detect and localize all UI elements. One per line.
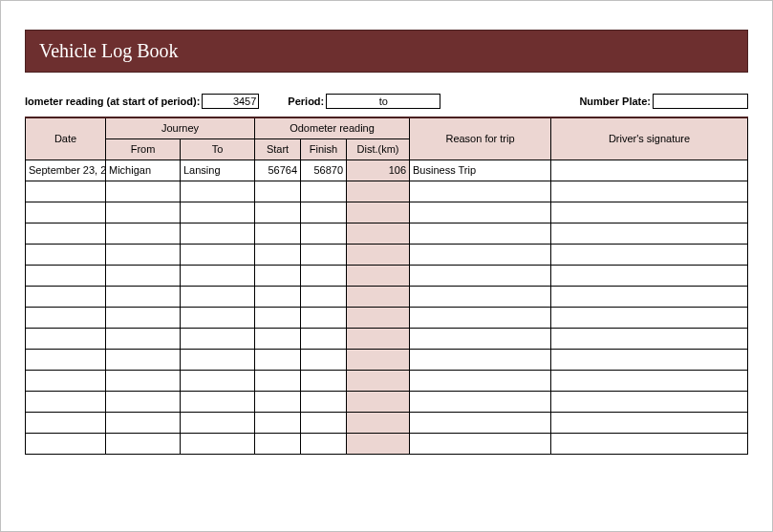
table-cell[interactable] [347, 202, 410, 223]
table-cell[interactable] [26, 307, 106, 328]
table-cell[interactable] [26, 244, 106, 265]
table-cell[interactable] [106, 391, 181, 412]
table-cell[interactable] [551, 202, 748, 223]
table-cell[interactable] [106, 244, 181, 265]
table-cell[interactable] [181, 391, 255, 412]
table-cell[interactable] [347, 391, 410, 412]
table-cell[interactable] [347, 286, 410, 307]
table-cell[interactable] [301, 349, 347, 370]
table-cell[interactable] [301, 433, 347, 454]
table-cell[interactable] [255, 370, 301, 391]
table-cell[interactable] [347, 412, 410, 433]
table-cell[interactable] [551, 412, 748, 433]
table-cell[interactable] [26, 223, 106, 244]
table-cell[interactable] [26, 391, 106, 412]
table-cell[interactable] [551, 160, 748, 181]
table-cell[interactable] [26, 328, 106, 349]
table-cell[interactable] [26, 265, 106, 286]
table-cell[interactable] [26, 286, 106, 307]
table-cell[interactable] [181, 412, 255, 433]
odometer-input[interactable] [202, 94, 259, 109]
table-cell[interactable] [255, 181, 301, 202]
table-cell[interactable] [106, 328, 181, 349]
table-cell[interactable]: 106 [347, 160, 410, 181]
table-cell[interactable] [181, 286, 255, 307]
table-cell[interactable] [410, 433, 551, 454]
table-cell[interactable] [301, 307, 347, 328]
table-cell[interactable] [301, 328, 347, 349]
table-cell[interactable] [410, 244, 551, 265]
table-cell[interactable] [255, 244, 301, 265]
table-cell[interactable] [410, 265, 551, 286]
table-cell[interactable] [181, 202, 255, 223]
table-cell[interactable] [347, 328, 410, 349]
table-cell[interactable] [301, 181, 347, 202]
table-cell[interactable] [255, 433, 301, 454]
table-cell[interactable] [551, 244, 748, 265]
table-cell[interactable] [410, 181, 551, 202]
table-cell[interactable] [347, 349, 410, 370]
table-cell[interactable] [301, 391, 347, 412]
table-cell[interactable] [410, 349, 551, 370]
table-cell[interactable] [106, 202, 181, 223]
table-cell[interactable] [181, 244, 255, 265]
table-cell[interactable] [181, 328, 255, 349]
table-cell[interactable] [255, 265, 301, 286]
table-cell[interactable] [181, 349, 255, 370]
table-cell[interactable] [551, 286, 748, 307]
table-cell[interactable] [26, 412, 106, 433]
table-cell[interactable] [410, 307, 551, 328]
table-cell[interactable] [301, 202, 347, 223]
table-cell[interactable] [26, 202, 106, 223]
table-cell[interactable] [551, 181, 748, 202]
table-cell[interactable] [301, 370, 347, 391]
table-cell[interactable]: 56870 [301, 160, 347, 181]
table-cell[interactable] [255, 391, 301, 412]
table-cell[interactable] [26, 370, 106, 391]
table-cell[interactable] [551, 328, 748, 349]
table-cell[interactable] [181, 265, 255, 286]
table-cell[interactable] [106, 412, 181, 433]
table-cell[interactable]: September 23, 20 [26, 160, 106, 181]
table-cell[interactable] [410, 328, 551, 349]
table-cell[interactable] [106, 286, 181, 307]
table-cell[interactable] [551, 370, 748, 391]
table-cell[interactable] [181, 181, 255, 202]
table-cell[interactable] [106, 223, 181, 244]
table-cell[interactable]: Michigan [106, 160, 181, 181]
number-plate-input[interactable] [653, 94, 748, 109]
table-cell[interactable] [347, 265, 410, 286]
table-cell[interactable] [181, 433, 255, 454]
table-cell[interactable] [301, 286, 347, 307]
table-cell[interactable] [181, 223, 255, 244]
table-cell[interactable] [26, 181, 106, 202]
table-cell[interactable] [106, 433, 181, 454]
table-cell[interactable] [410, 391, 551, 412]
table-cell[interactable] [551, 433, 748, 454]
table-cell[interactable] [181, 307, 255, 328]
table-cell[interactable] [255, 307, 301, 328]
table-cell[interactable] [551, 349, 748, 370]
table-cell[interactable] [255, 202, 301, 223]
table-cell[interactable] [301, 265, 347, 286]
table-cell[interactable] [410, 370, 551, 391]
table-cell[interactable] [410, 223, 551, 244]
table-cell[interactable] [255, 223, 301, 244]
table-cell[interactable] [255, 349, 301, 370]
table-cell[interactable] [301, 223, 347, 244]
table-cell[interactable] [551, 391, 748, 412]
period-input[interactable]: to [326, 94, 440, 109]
table-cell[interactable] [551, 223, 748, 244]
table-cell[interactable] [410, 286, 551, 307]
table-cell[interactable] [410, 412, 551, 433]
table-cell[interactable] [26, 433, 106, 454]
table-cell[interactable] [255, 328, 301, 349]
table-cell[interactable]: 56764 [255, 160, 301, 181]
table-cell[interactable] [347, 223, 410, 244]
table-cell[interactable] [106, 370, 181, 391]
table-cell[interactable]: Business Trip [410, 160, 551, 181]
table-cell[interactable] [106, 265, 181, 286]
table-cell[interactable] [551, 265, 748, 286]
table-cell[interactable] [106, 349, 181, 370]
table-cell[interactable] [106, 307, 181, 328]
